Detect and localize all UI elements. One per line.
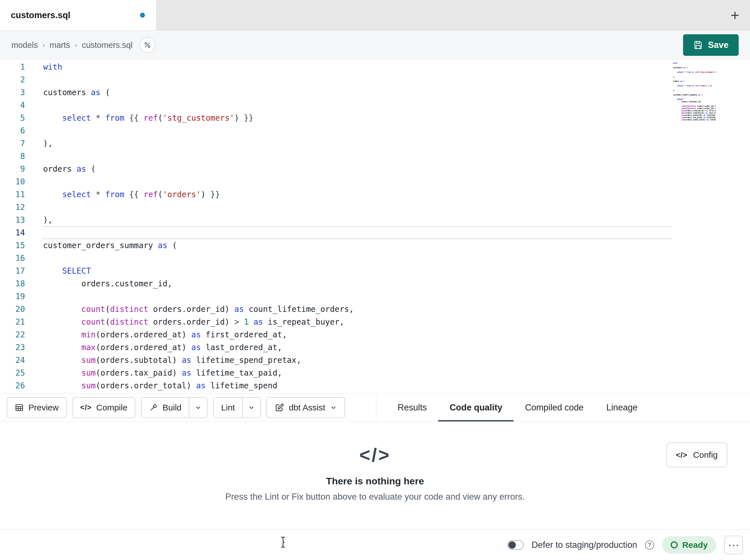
line-number: 14	[0, 226, 25, 239]
new-tab-button[interactable]: +	[728, 8, 742, 23]
status-bar: Defer to staging/production ? Ready ⋯	[0, 530, 750, 560]
minimap-line: select * from {{ ref('stg_customers') }}	[673, 71, 716, 74]
tab-results[interactable]: Results	[386, 393, 438, 421]
format-icon	[143, 41, 152, 49]
tab-lineage[interactable]: Lineage	[595, 393, 649, 421]
results-panel-tabs: Results Code quality Compiled code Linea…	[376, 393, 750, 421]
minimap-line	[673, 74, 716, 76]
line-number: 21	[0, 315, 25, 328]
build-label: Build	[162, 403, 181, 412]
table-icon	[15, 403, 24, 412]
code-lines: 1with23customers as (45 select * from {{…	[0, 61, 750, 392]
code-line[interactable]: 6	[0, 124, 750, 137]
chevron-down-icon	[248, 404, 255, 411]
code-line[interactable]: 22 min(orders.ordered_at) as first_order…	[0, 328, 750, 341]
line-number: 17	[0, 265, 25, 277]
status-label: Ready	[682, 540, 708, 550]
minimap-line: SELECT	[673, 98, 716, 101]
status-ring-icon	[671, 541, 678, 548]
unsaved-changes-dot-icon	[140, 13, 145, 18]
code-line[interactable]: 14	[0, 226, 750, 239]
preview-button[interactable]: Preview	[7, 397, 67, 418]
lint-dropdown-button[interactable]	[242, 398, 260, 417]
code-line[interactable]: 2	[0, 74, 750, 86]
lint-button[interactable]: Lint	[214, 398, 242, 417]
code-line[interactable]: 16	[0, 252, 750, 265]
line-number: 23	[0, 341, 25, 354]
compile-button[interactable]: </> Compile	[72, 397, 136, 418]
code-line[interactable]: 4	[0, 99, 750, 111]
line-number: 18	[0, 277, 25, 290]
line-number: 24	[0, 354, 25, 367]
defer-toggle[interactable]	[507, 540, 524, 550]
minimap-line	[673, 91, 716, 94]
build-split-button: Build	[141, 397, 208, 418]
minimap-line: ),	[673, 89, 716, 91]
code-line[interactable]: 26 sum(orders.order_total) as lifetime_s…	[0, 379, 750, 392]
line-number: 20	[0, 303, 25, 315]
breadcrumb-bar: models › marts › customers.sql Save	[0, 30, 750, 60]
code-line[interactable]: 25 sum(orders.tax_paid) as lifetime_tax_…	[0, 367, 750, 379]
hammer-icon	[149, 403, 158, 412]
code-line[interactable]: 13),	[0, 213, 750, 226]
format-button[interactable]	[139, 37, 155, 53]
results-panel: </> Config </> There is nothing here Pre…	[0, 422, 750, 530]
save-button[interactable]: Save	[683, 34, 739, 56]
code-line[interactable]: 24 sum(orders.subtotal) as lifetime_spen…	[0, 354, 750, 367]
minimap-line: sum(orders.subtotal) as lifetime_spend_p…	[673, 114, 716, 117]
code-line[interactable]: 10	[0, 175, 750, 188]
minimap-line: orders.customer_id,	[673, 101, 716, 103]
minimap[interactable]: withcustomers as ( select * from {{ ref(…	[673, 62, 716, 130]
chevron-down-icon	[330, 404, 337, 411]
help-icon[interactable]: ?	[645, 540, 654, 549]
breadcrumb-marts: marts	[50, 41, 70, 50]
code-editor[interactable]: 1with23customers as (45 select * from {{…	[0, 60, 750, 393]
dbt-assist-label: dbt Assist	[289, 403, 325, 412]
code-line[interactable]: 17 SELECT	[0, 265, 750, 277]
minimap-line: min(orders.ordered_at) as first_ordered_…	[673, 110, 716, 112]
toggle-knob	[508, 541, 516, 549]
code-line[interactable]: 20 count(distinct orders.order_id) as co…	[0, 303, 750, 315]
line-number: 13	[0, 213, 25, 226]
defer-label: Defer to staging/production	[532, 540, 637, 550]
minimap-line	[673, 69, 716, 71]
line-number: 4	[0, 99, 25, 111]
code-line[interactable]: 9orders as (	[0, 163, 750, 175]
code-line[interactable]: 23 max(orders.ordered_at) as last_ordere…	[0, 341, 750, 354]
line-number: 16	[0, 252, 25, 265]
code-line[interactable]: 7),	[0, 137, 750, 150]
code-line[interactable]: 1with	[0, 61, 750, 74]
code-icon: </>	[80, 403, 92, 412]
minimap-line	[673, 82, 716, 85]
code-line[interactable]: 15customer_orders_summary as (	[0, 239, 750, 252]
tab-compiled-code[interactable]: Compiled code	[514, 393, 595, 421]
more-options-button[interactable]: ⋯	[724, 536, 743, 554]
build-button[interactable]: Build	[141, 398, 189, 417]
editor-toolbar: Preview </> Compile Build Lint	[0, 393, 750, 422]
code-line[interactable]: 12	[0, 201, 750, 213]
status-badge[interactable]: Ready	[662, 536, 716, 554]
minimap-line: count(distinct orders.order_id) > 1 as i…	[673, 107, 716, 110]
file-tab-customers-sql[interactable]: customers.sql	[0, 0, 157, 30]
line-number: 19	[0, 290, 25, 303]
line-number: 25	[0, 367, 25, 379]
code-line[interactable]: 3customers as (	[0, 86, 750, 99]
code-line[interactable]: 11 select * from {{ ref('orders') }}	[0, 188, 750, 201]
code-line[interactable]: 18 orders.customer_id,	[0, 277, 750, 290]
tab-code-quality[interactable]: Code quality	[438, 393, 514, 421]
save-icon	[693, 40, 703, 50]
code-line[interactable]: 8	[0, 150, 750, 163]
code-line[interactable]: 21 count(distinct orders.order_id) > 1 a…	[0, 315, 750, 328]
code-line[interactable]: 19	[0, 290, 750, 303]
minimap-line	[673, 64, 716, 66]
dbt-assist-button[interactable]: dbt Assist	[267, 397, 345, 418]
editor-tab-bar: customers.sql +	[0, 0, 750, 30]
line-number: 3	[0, 86, 25, 99]
code-line[interactable]: 5 select * from {{ ref('stg_customers') …	[0, 111, 750, 124]
build-dropdown-button[interactable]	[189, 398, 207, 417]
minimap-line: select * from {{ ref('orders') }}	[673, 85, 716, 87]
breadcrumb-models: models	[11, 41, 38, 50]
edit-sparkle-icon	[275, 403, 284, 412]
line-number: 7	[0, 137, 25, 150]
file-tab-title: customers.sql	[11, 10, 70, 20]
